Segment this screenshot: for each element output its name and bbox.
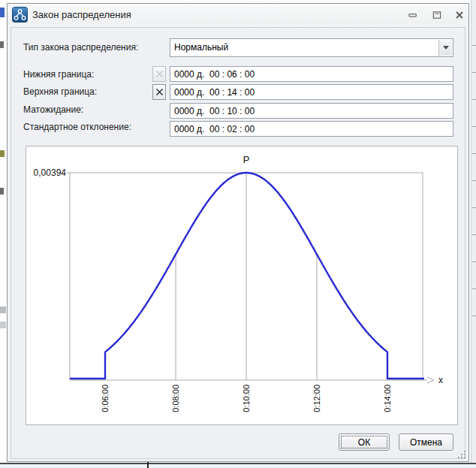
org-chart-icon — [12, 7, 28, 23]
std-deviation-field[interactable] — [170, 121, 453, 137]
expected-value-field[interactable] — [170, 103, 453, 119]
distribution-law-dialog: Закон распределения Тип закона распред — [7, 3, 469, 462]
background-row-fragment — [0, 322, 6, 328]
lower-bound-field[interactable] — [170, 66, 453, 82]
dialog-titlebar[interactable]: Закон распределения — [8, 4, 468, 26]
background-window-tick — [147, 462, 149, 468]
background-window-row — [0, 464, 476, 468]
dialog-title: Закон распределения — [32, 9, 131, 20]
upper-bound-field[interactable] — [170, 84, 453, 100]
combobox-value: Нормальный — [174, 42, 228, 53]
label-expected-value: Матожидание: — [23, 104, 83, 115]
background-link-fragment — [0, 8, 5, 17]
y-axis-title: P — [243, 154, 250, 165]
x-axis-title: x — [438, 375, 443, 385]
distribution-curve — [70, 173, 424, 379]
combobox-dropdown-button[interactable] — [438, 40, 452, 56]
y-max-label: 0,00394 — [34, 168, 67, 178]
label-lower-bound: Нижняя граница: — [23, 69, 94, 80]
label-distribution-type: Тип закона распределения: — [23, 42, 138, 53]
close-button[interactable] — [450, 7, 468, 23]
clear-x-icon — [155, 70, 164, 78]
x-tick-label: 0:12:00 — [312, 385, 321, 412]
cancel-button[interactable]: Отмена — [399, 433, 453, 451]
distribution-type-combobox[interactable]: Нормальный — [170, 38, 453, 57]
label-upper-bound: Верхняя граница: — [23, 86, 97, 97]
background-text-fragment — [0, 150, 5, 157]
background-window-edge — [471, 0, 476, 468]
background-row-fragment — [0, 306, 6, 313]
background-text-fragment — [0, 188, 4, 195]
dropdown-arrow-icon — [443, 46, 449, 50]
restore-button[interactable] — [428, 7, 446, 23]
background-text-fragment — [0, 41, 4, 48]
label-std-deviation: Стандартное отклонение: — [23, 122, 131, 132]
x-tick-label: 0:14:00 — [383, 385, 392, 412]
distribution-plot: 0:06:000:08:000:10:000:12:000:14:000,003… — [26, 146, 457, 424]
x-tick-label: 0:06:00 — [101, 385, 110, 412]
screen: Закон распределения Тип закона распред — [0, 0, 476, 468]
restore-icon — [432, 11, 441, 20]
clear-lower-bound-button[interactable] — [152, 66, 166, 82]
distribution-chart-panel: 0:06:000:08:000:10:000:12:000:14:000,003… — [26, 146, 458, 425]
clear-x-icon — [155, 88, 164, 96]
x-tick-label: 0:08:00 — [171, 385, 180, 412]
x-tick-label: 0:10:00 — [242, 385, 251, 412]
clear-upper-bound-button[interactable] — [152, 84, 166, 100]
close-icon — [455, 11, 464, 20]
ok-button[interactable]: ОК — [339, 433, 390, 451]
x-axis-arrow-icon — [427, 377, 434, 383]
minimize-button[interactable] — [404, 7, 422, 23]
minimize-icon — [408, 11, 417, 19]
resize-grip[interactable] — [456, 449, 465, 458]
